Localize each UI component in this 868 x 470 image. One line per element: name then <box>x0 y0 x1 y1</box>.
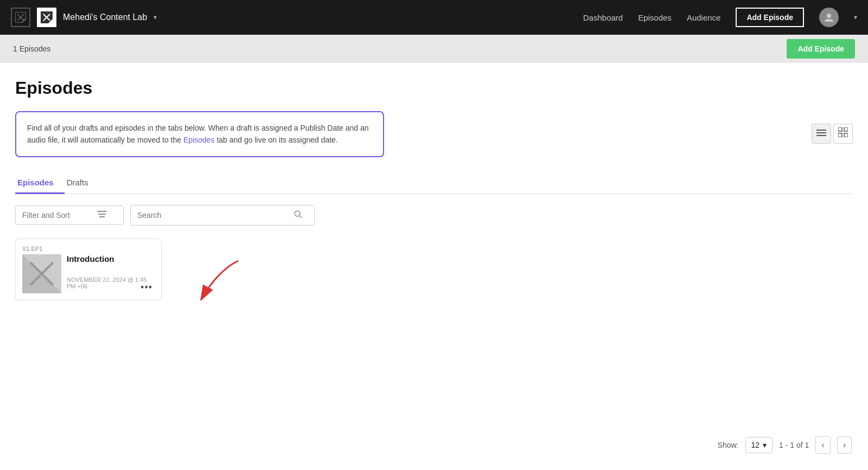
add-episode-sub-button[interactable]: Add Episode <box>787 39 855 59</box>
search-icon <box>293 210 302 221</box>
filter-icon <box>97 210 107 220</box>
sub-header: 1 Episodes Add Episode <box>0 35 868 63</box>
svg-rect-13 <box>844 133 848 137</box>
svg-point-17 <box>295 211 300 216</box>
card-image-row: Introduction NOVEMBER 22, 2024 @ 1:45 PM… <box>22 254 155 293</box>
controls-row <box>15 205 853 226</box>
nav-audience[interactable]: Audience <box>687 13 721 22</box>
main-content: Episodes Find all of your drafts and epi… <box>0 63 868 300</box>
tab-episodes[interactable]: Episodes <box>15 172 65 194</box>
logo-icon-dark <box>11 8 30 27</box>
avatar[interactable] <box>819 8 839 27</box>
annotation-arrow <box>184 255 249 300</box>
svg-rect-10 <box>838 127 842 131</box>
filter-sort-input[interactable] <box>22 211 93 220</box>
tabs: Episodes Drafts <box>15 172 853 194</box>
brand-name: Mehedi's Content Lab <box>63 12 147 22</box>
svg-point-6 <box>827 14 831 18</box>
episode-title: Introduction <box>67 254 155 263</box>
avatar-dropdown-icon[interactable]: ▾ <box>854 14 857 21</box>
info-box: Find all of your drafts and episodes in … <box>15 111 384 157</box>
episode-label: S1:EP1 <box>22 246 155 252</box>
tab-drafts[interactable]: Drafts <box>65 172 99 194</box>
episode-count: 1 Episodes <box>13 44 50 53</box>
svg-rect-11 <box>844 127 848 131</box>
logo-icon-white <box>37 8 56 27</box>
page-title: Episodes <box>15 78 853 98</box>
top-nav: Mehedi's Content Lab ▾ Dashboard Episode… <box>0 0 868 35</box>
episodes-grid: S1:EP1 Introduction NOVEMBER 22, 2024 @ … <box>15 239 853 300</box>
filter-sort-wrap <box>15 205 124 225</box>
episode-card: S1:EP1 Introduction NOVEMBER 22, 2024 @ … <box>15 239 162 300</box>
search-input[interactable] <box>137 211 289 220</box>
svg-rect-12 <box>838 133 842 137</box>
add-episode-nav-button[interactable]: Add Episode <box>736 8 804 27</box>
view-toggle <box>812 124 853 144</box>
search-wrap <box>130 205 315 226</box>
info-text-2: tab and go live on its assigned date. <box>215 136 338 144</box>
info-link[interactable]: Episodes <box>183 136 215 144</box>
nav-dashboard[interactable]: Dashboard <box>583 13 623 22</box>
list-view-button[interactable] <box>812 124 831 144</box>
brand-dropdown-icon[interactable]: ▾ <box>154 14 157 21</box>
svg-line-18 <box>299 216 302 218</box>
nav-episodes[interactable]: Episodes <box>638 13 672 22</box>
episode-thumbnail <box>22 254 61 293</box>
grid-view-button[interactable] <box>833 124 853 144</box>
episode-menu-button[interactable]: ••• <box>137 281 156 294</box>
nav-left: Mehedi's Content Lab ▾ <box>11 8 157 27</box>
nav-right: Dashboard Episodes Audience Add Episode … <box>583 8 857 27</box>
